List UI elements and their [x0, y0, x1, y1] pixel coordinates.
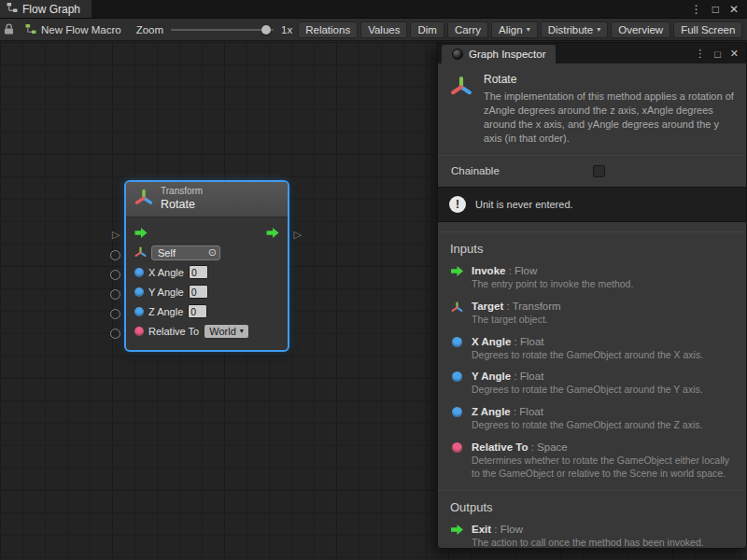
z-angle-input[interactable] — [188, 304, 207, 318]
divider — [438, 490, 746, 491]
float-port-icon — [452, 337, 462, 347]
menu-kebab-icon[interactable]: ⋮ — [691, 4, 702, 15]
chainable-row: Chainable — [451, 165, 733, 177]
port-name: Invoke — [472, 265, 505, 276]
y-angle-row: Y Angle — [126, 282, 288, 301]
port-description: The entry point to invoke the method. — [472, 278, 633, 291]
transform-axis-icon — [450, 73, 474, 146]
float-port-icon — [452, 371, 462, 382]
node-category: Transform — [161, 186, 203, 198]
port-name: Target — [472, 301, 503, 312]
y-angle-label: Y Angle — [148, 287, 184, 298]
close-icon[interactable]: ✕ — [729, 4, 739, 15]
full-screen-button[interactable]: Full Screen — [673, 21, 742, 38]
maximize-icon[interactable]: □ — [714, 49, 721, 60]
port-type: Float — [520, 336, 544, 347]
invoke-flow-arrow-icon[interactable] — [134, 228, 148, 238]
space-port-icon — [452, 442, 462, 453]
space-port-icon[interactable] — [134, 327, 144, 336]
x-angle-port-marker[interactable] — [110, 270, 120, 280]
outputs-header: Outputs — [450, 500, 734, 514]
inspector-window-controls: ⋮ □ ✕ — [695, 48, 746, 63]
zoom-slider[interactable] — [171, 29, 274, 31]
window-controls: ⋮ □ ✕ — [691, 0, 747, 18]
carry-button[interactable]: Carry — [447, 21, 488, 38]
port-type: Transform — [513, 301, 561, 312]
flow-graph-window: Flow Graph ⋮ □ ✕ New Flow Macro Zoom 1x — [0, 0, 747, 560]
align-dropdown-button[interactable]: Align▾ — [491, 21, 538, 38]
relative-to-row: Relative To World ▾ — [126, 321, 288, 341]
node-body: Self ⊙ X Angle Y Angle — [126, 217, 288, 350]
chainable-label: Chainable — [451, 165, 593, 176]
flow-input-port-marker[interactable]: ▷ — [112, 230, 120, 240]
rotate-unit-node[interactable]: ▷ ▷ Transform Rotate — [124, 180, 289, 352]
zoom-slider-handle[interactable] — [261, 25, 271, 35]
tab-flow-graph[interactable]: Flow Graph — [0, 0, 92, 18]
port-type: Flow — [514, 265, 537, 276]
warning-text: Unit is never entered. — [475, 199, 573, 210]
node-title: Rotate — [161, 198, 203, 213]
transform-axis-icon — [134, 189, 153, 210]
title-bar: Flow Graph ⋮ □ ✕ — [0, 0, 747, 19]
port-name: Exit — [472, 524, 491, 535]
float-port-icon[interactable] — [134, 287, 144, 297]
flow-graph-icon — [7, 2, 18, 16]
close-icon[interactable]: ✕ — [730, 48, 739, 60]
chevron-down-icon: ▾ — [240, 328, 244, 335]
tab-graph-inspector[interactable]: Graph Inspector — [442, 45, 556, 63]
y-angle-input[interactable] — [189, 285, 208, 299]
chevron-down-icon: ▾ — [597, 26, 600, 34]
overview-button[interactable]: Overview — [611, 21, 670, 38]
input-row-relative-to: Relative To : Space Determines whether t… — [450, 441, 734, 481]
z-angle-label: Z Angle — [148, 306, 183, 317]
menu-kebab-icon[interactable]: ⋮ — [695, 48, 705, 60]
self-object-field[interactable]: Self ⊙ — [151, 245, 220, 260]
relations-button[interactable]: Relations — [298, 21, 358, 38]
input-row-invoke: Invoke : Flow The entry point to invoke … — [450, 265, 734, 291]
zoom-value: 1x — [281, 24, 292, 35]
float-port-icon[interactable] — [134, 307, 144, 316]
z-angle-port-marker[interactable] — [110, 309, 120, 319]
relative-to-label: Relative To — [148, 326, 199, 337]
tab-label: Flow Graph — [22, 3, 80, 16]
output-row-exit: Exit : Flow The action to call once the … — [450, 524, 734, 548]
divider — [438, 231, 746, 232]
lock-icon[interactable] — [4, 23, 14, 35]
x-angle-row: X Angle — [126, 262, 288, 282]
graph-inspector-panel: Graph Inspector ⋮ □ ✕ Rotate The impleme… — [437, 42, 747, 549]
port-description: Degrees to rotate the GameObject around … — [472, 349, 703, 362]
y-angle-port-marker[interactable] — [110, 289, 120, 300]
warning-icon: ! — [449, 196, 466, 213]
distribute-dropdown-button[interactable]: Distribute▾ — [541, 21, 609, 38]
values-button[interactable]: Values — [360, 21, 407, 38]
float-port-icon[interactable] — [134, 268, 144, 277]
object-picker-icon[interactable]: ⊙ — [208, 247, 217, 258]
warning-box: ! Unit is never entered. — [438, 187, 746, 222]
relative-to-dropdown[interactable]: World ▾ — [204, 324, 249, 339]
x-angle-input[interactable] — [189, 265, 208, 279]
toolbar-buttons: Relations Values Dim Carry Align▾ Distri… — [298, 21, 743, 38]
dim-button[interactable]: Dim — [410, 21, 444, 38]
graph-inspector-icon — [452, 49, 463, 60]
chainable-checkbox[interactable] — [593, 165, 605, 177]
flow-ports-row — [126, 223, 288, 243]
relative-to-port-marker[interactable] — [110, 329, 120, 339]
port-description: Determines whether to rotate the GameObj… — [472, 455, 734, 481]
self-row: Self ⊙ — [126, 243, 288, 262]
maximize-icon[interactable]: □ — [712, 4, 719, 15]
port-type: Float — [519, 406, 543, 417]
divider — [438, 155, 746, 156]
input-row-z-angle: Z Angle : Float Degrees to rotate the Ga… — [450, 406, 734, 432]
inspector-tab-bar: Graph Inspector ⋮ □ ✕ — [438, 43, 746, 63]
port-type: Float — [520, 371, 544, 382]
macro-title[interactable]: New Flow Macro — [25, 23, 121, 36]
z-angle-row: Z Angle — [126, 301, 288, 321]
port-description: The action to call once the method has b… — [472, 537, 704, 548]
inspector-body: Rotate The implementation of this method… — [438, 63, 746, 548]
self-port-marker[interactable] — [110, 250, 120, 260]
exit-flow-arrow-icon[interactable] — [266, 228, 279, 238]
unit-header: Rotate The implementation of this method… — [450, 73, 734, 146]
unit-title: Rotate — [484, 73, 734, 86]
node-header[interactable]: Transform Rotate — [126, 182, 288, 217]
flow-output-port-marker[interactable]: ▷ — [294, 230, 302, 240]
